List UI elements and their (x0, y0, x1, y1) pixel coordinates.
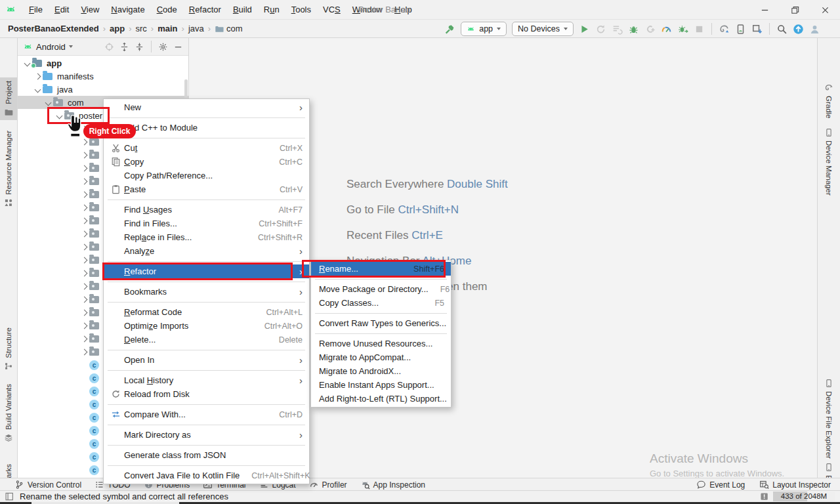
apply-code-changes-icon[interactable] (644, 24, 656, 35)
sidebar-tab-project[interactable]: Project (0, 77, 17, 120)
refactor-submenu-item-move-package-or-directory[interactable]: Move Package or Directory...F6 (311, 282, 451, 296)
refactor-submenu-item-convert-raw-types-to-generics[interactable]: Convert Raw Types to Generics... (311, 316, 451, 330)
chevron-right-icon[interactable] (81, 204, 87, 211)
chevron-right-icon[interactable] (81, 322, 87, 329)
toolwindow-button-event-log[interactable]: Event Log (696, 480, 745, 490)
context-menu-item-find-in-files[interactable]: Find in Files...Ctrl+Shift+F (104, 217, 309, 230)
locate-file-icon[interactable] (104, 42, 114, 52)
chevron-right-icon[interactable] (81, 283, 87, 289)
menubar-item-vcs[interactable]: VCS (317, 0, 346, 20)
menubar-item-tools[interactable]: Tools (285, 0, 317, 20)
gear-icon[interactable] (158, 42, 168, 52)
refactor-submenu-item-enable-instant-apps-support[interactable]: Enable Instant Apps Support... (311, 378, 451, 392)
project-view-selector[interactable]: Android (36, 42, 66, 52)
minimize-button[interactable] (749, 0, 780, 20)
restore-button[interactable] (780, 0, 810, 20)
context-menu-item-delete[interactable]: Delete...Delete (104, 333, 309, 346)
context-menu-item-cut[interactable]: CutCtrl+X (104, 141, 309, 155)
hide-panel-icon[interactable] (173, 42, 183, 52)
tool-window-toggle-icon[interactable] (5, 492, 14, 501)
sidebar-tab-device-manager[interactable]: Device Manager (818, 125, 840, 199)
tree-row-java[interactable]: java (18, 83, 188, 96)
refactor-submenu-item-remove-unused-resources[interactable]: Remove Unused Resources... (311, 337, 451, 350)
tree-row-app[interactable]: app (18, 56, 188, 70)
tree-row-manifests[interactable]: manifests (18, 70, 188, 83)
breadcrumb-item-posterbanaoextended[interactable]: PosterBanaoExtended (8, 24, 99, 33)
context-menu-item-new[interactable]: New› (104, 100, 309, 114)
refactor-submenu-item-migrate-to-appcompat[interactable]: Migrate to AppCompat... (311, 350, 451, 364)
avatar[interactable] (809, 24, 820, 35)
chevron-right-icon[interactable] (81, 152, 87, 158)
device-manager-icon[interactable] (735, 24, 746, 35)
menubar-item-code[interactable]: Code (151, 0, 183, 20)
chevron-right-icon[interactable] (81, 138, 87, 145)
close-button[interactable] (810, 0, 840, 20)
run-with-coverage-icon[interactable] (612, 24, 623, 35)
search-everywhere-icon[interactable] (776, 24, 788, 35)
chevron-down-icon[interactable] (56, 112, 62, 119)
toolwindow-button-app-inspection[interactable]: App Inspection (360, 480, 425, 490)
toolwindow-button-version-control[interactable]: Version Control (14, 480, 81, 490)
chevron-right-icon[interactable] (81, 335, 87, 342)
sidebar-tab-gradle[interactable]: Gradle (818, 80, 840, 122)
debug-app-icon[interactable] (628, 24, 639, 35)
chevron-right-icon[interactable] (81, 296, 87, 303)
collapse-all-icon[interactable] (135, 42, 144, 52)
chevron-down-icon[interactable] (45, 99, 51, 106)
toolwindow-button-profiler[interactable]: Profiler (309, 480, 347, 490)
context-menu-item-mark-directory-as[interactable]: Mark Directory as› (104, 428, 309, 442)
memory-indicator[interactable]: 433 of 2048M (773, 492, 835, 501)
context-menu-item-compare-with[interactable]: Compare With...Ctrl+D (104, 408, 309, 421)
context-menu-item-local-history[interactable]: Local History› (104, 373, 309, 387)
menubar-item-view[interactable]: View (75, 0, 105, 20)
context-menu-item-open-in[interactable]: Open In› (104, 353, 309, 367)
chevron-right-icon[interactable] (81, 178, 87, 184)
chevron-down-icon[interactable] (34, 86, 41, 93)
gradle-sync-icon[interactable] (719, 24, 730, 35)
chevron-right-icon[interactable] (81, 309, 87, 316)
chevron-right-icon[interactable] (34, 73, 41, 79)
attach-debugger-icon[interactable] (677, 24, 688, 35)
refactor-submenu-item-copy-classes[interactable]: Copy Classes...F5 (311, 296, 451, 310)
chevron-right-icon[interactable] (81, 243, 87, 250)
breadcrumb-item-com[interactable]: com (215, 24, 243, 33)
context-menu-item-optimize-imports[interactable]: Optimize ImportsCtrl+Alt+O (104, 319, 309, 333)
chevron-right-icon[interactable] (81, 191, 87, 198)
chevron-right-icon[interactable] (81, 348, 87, 355)
menubar-item-build[interactable]: Build (227, 0, 258, 20)
sidebar-tab-resource-manager[interactable]: Resource Manager (0, 127, 17, 211)
chevron-right-icon[interactable] (81, 230, 87, 237)
menubar-item-file[interactable]: File (23, 0, 49, 20)
expand-all-icon[interactable] (119, 42, 129, 52)
run-configuration-selector[interactable]: app (461, 22, 507, 36)
rerun-icon[interactable] (595, 24, 606, 35)
context-menu-item-generate-class-from-json[interactable]: Generate class from JSON (104, 448, 309, 462)
chevron-right-icon[interactable] (81, 217, 87, 224)
context-menu-item-convert-java-file-to-kotlin-file[interactable]: Convert Java File to Kotlin FileCtrl+Alt… (104, 469, 309, 482)
sidebar-tab-device-file-explorer[interactable]: Device File Explorer (818, 375, 840, 462)
breadcrumb-item-src[interactable]: src (136, 24, 147, 33)
breadcrumb-item-app[interactable]: app (110, 24, 125, 33)
menubar-item-refactor[interactable]: Refactor (183, 0, 227, 20)
sidebar-tab-build-variants[interactable]: Build Variants (0, 381, 17, 446)
chevron-down-icon[interactable] (24, 60, 30, 66)
context-menu-item-find-usages[interactable]: Find UsagesAlt+F7 (104, 203, 309, 217)
device-selector[interactable]: No Devices (512, 22, 574, 36)
stop-icon[interactable] (694, 24, 705, 35)
context-menu-item-reformat-code[interactable]: Reformat CodeCtrl+Alt+L (104, 305, 309, 319)
menubar-item-run[interactable]: Run (258, 0, 285, 20)
build-project-icon[interactable] (444, 24, 455, 35)
menubar-item-edit[interactable]: Edit (49, 0, 75, 20)
chevron-right-icon[interactable] (81, 270, 87, 276)
context-menu-item-paste[interactable]: PasteCtrl+V (104, 182, 309, 196)
context-menu-item-bookmarks[interactable]: Bookmarks› (104, 285, 309, 299)
chevron-right-icon[interactable] (81, 257, 87, 263)
context-menu-item-copy[interactable]: CopyCtrl+C (104, 155, 309, 169)
toolwindow-button-layout-inspector[interactable]: Layout Inspector (759, 480, 831, 490)
context-menu-item-copy-path-reference[interactable]: Copy Path/Reference... (104, 169, 309, 182)
refactor-submenu-item-add-right-to-left-rtl-support[interactable]: Add Right-to-Left (RTL) Support... (311, 392, 451, 406)
breadcrumb-item-main[interactable]: main (158, 24, 177, 33)
refactor-submenu-item-rename[interactable]: Rename...Shift+F6 (311, 262, 451, 276)
breadcrumb-item-java[interactable]: java (188, 24, 204, 33)
sidebar-tab-structure[interactable]: Structure (0, 324, 17, 374)
